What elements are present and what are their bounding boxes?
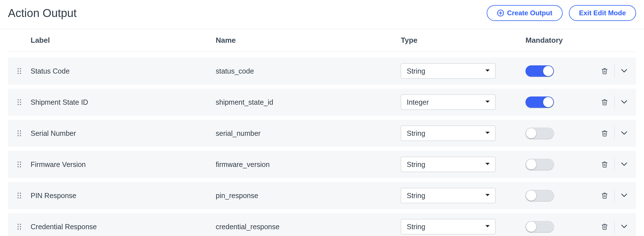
- svg-point-16: [20, 130, 21, 132]
- delete-button[interactable]: [595, 188, 614, 203]
- svg-point-19: [18, 135, 19, 136]
- svg-point-33: [18, 224, 19, 225]
- chevron-down-icon: [621, 131, 627, 135]
- svg-point-3: [18, 68, 19, 69]
- expand-button[interactable]: [615, 188, 634, 203]
- type-select-value: Integer: [407, 98, 429, 106]
- trash-icon: [601, 161, 608, 168]
- page-title: Action Output: [8, 7, 77, 20]
- svg-point-37: [18, 228, 19, 229]
- svg-point-38: [20, 228, 21, 229]
- output-name: shipment_state_id: [216, 98, 401, 106]
- type-select-value: String: [407, 223, 425, 231]
- caret-down-icon: [485, 193, 490, 198]
- svg-point-15: [18, 130, 19, 132]
- exit-edit-mode-label: Exit Edit Mode: [579, 9, 626, 17]
- column-header-mandatory: Mandatory: [517, 36, 591, 45]
- trash-icon: [601, 192, 608, 199]
- trash-icon: [601, 223, 608, 230]
- type-select[interactable]: String: [401, 219, 495, 234]
- svg-point-14: [20, 104, 21, 105]
- svg-point-11: [18, 102, 19, 103]
- expand-button[interactable]: [615, 94, 634, 110]
- column-header-name: Name: [216, 36, 401, 45]
- delete-button[interactable]: [595, 219, 614, 235]
- drag-icon: [17, 192, 21, 199]
- svg-point-30: [20, 195, 21, 196]
- drag-handle[interactable]: [8, 99, 31, 105]
- table-row: PIN Response pin_response String: [8, 182, 636, 209]
- caret-down-icon: [485, 162, 490, 167]
- table-row: Status Code status_code String: [8, 57, 636, 85]
- trash-icon: [601, 67, 608, 75]
- chevron-down-icon: [621, 162, 627, 166]
- delete-button[interactable]: [595, 125, 614, 141]
- mandatory-toggle[interactable]: [526, 65, 554, 77]
- svg-point-32: [20, 197, 21, 198]
- drag-icon: [17, 99, 21, 105]
- create-output-button[interactable]: Create Output: [487, 5, 563, 21]
- toggle-knob: [526, 222, 536, 232]
- mandatory-toggle[interactable]: [526, 96, 554, 108]
- drag-icon: [17, 161, 21, 168]
- drag-handle[interactable]: [8, 224, 31, 230]
- output-label: Credential Response: [31, 223, 216, 231]
- delete-button[interactable]: [595, 94, 614, 110]
- svg-point-10: [20, 99, 21, 100]
- table-row: Firmware Version firmware_version String: [8, 151, 636, 178]
- drag-icon: [17, 224, 21, 230]
- type-select[interactable]: Integer: [401, 95, 495, 110]
- mandatory-toggle[interactable]: [526, 159, 554, 170]
- caret-down-icon: [485, 100, 490, 105]
- svg-point-21: [18, 162, 19, 163]
- caret-down-icon: [485, 68, 490, 74]
- mandatory-toggle[interactable]: [526, 190, 554, 201]
- output-label: Shipment State ID: [31, 98, 216, 106]
- mandatory-toggle[interactable]: [526, 128, 554, 139]
- svg-point-26: [20, 166, 21, 167]
- exit-edit-mode-button[interactable]: Exit Edit Mode: [569, 5, 636, 21]
- expand-button[interactable]: [615, 156, 634, 172]
- expand-button[interactable]: [615, 63, 634, 79]
- svg-point-7: [18, 73, 19, 74]
- output-label: Serial Number: [31, 129, 216, 138]
- drag-handle[interactable]: [8, 68, 31, 74]
- mandatory-toggle[interactable]: [526, 221, 554, 232]
- toggle-knob: [526, 190, 536, 201]
- svg-point-17: [18, 133, 19, 134]
- expand-button[interactable]: [615, 219, 634, 235]
- svg-point-4: [20, 68, 21, 69]
- drag-handle[interactable]: [8, 130, 31, 136]
- delete-button[interactable]: [595, 63, 614, 79]
- chevron-down-icon: [621, 100, 627, 104]
- type-select[interactable]: String: [401, 157, 495, 172]
- drag-handle[interactable]: [8, 161, 31, 168]
- toggle-knob: [526, 128, 536, 138]
- delete-button[interactable]: [595, 156, 614, 172]
- svg-point-23: [18, 164, 19, 165]
- svg-point-34: [20, 224, 21, 225]
- svg-point-20: [20, 135, 21, 136]
- drag-handle[interactable]: [8, 192, 31, 199]
- output-name: serial_number: [216, 129, 401, 138]
- chevron-down-icon: [621, 225, 627, 229]
- svg-point-8: [20, 73, 21, 74]
- svg-point-31: [18, 197, 19, 198]
- table-header-row: Label Name Type Mandatory: [8, 29, 636, 52]
- type-select[interactable]: String: [401, 126, 495, 141]
- expand-button[interactable]: [615, 125, 634, 141]
- output-label: Status Code: [31, 67, 216, 75]
- trash-icon: [601, 130, 608, 137]
- svg-point-5: [18, 70, 19, 72]
- create-output-label: Create Output: [507, 9, 552, 17]
- output-name: credential_response: [216, 223, 401, 231]
- type-select[interactable]: String: [401, 188, 495, 203]
- output-name: firmware_version: [216, 160, 401, 169]
- column-header-label: Label: [31, 36, 216, 45]
- output-label: Firmware Version: [31, 160, 216, 169]
- type-select-value: String: [407, 129, 425, 138]
- drag-icon: [17, 130, 21, 136]
- caret-down-icon: [485, 131, 490, 136]
- svg-point-28: [20, 193, 21, 194]
- type-select[interactable]: String: [401, 63, 495, 79]
